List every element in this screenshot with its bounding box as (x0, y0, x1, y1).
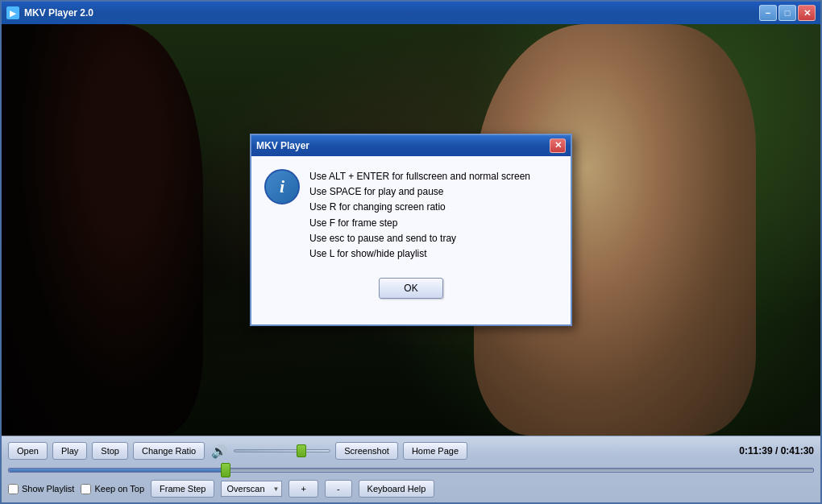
stop-button[interactable]: Stop (92, 442, 128, 460)
plus-button[interactable]: + (289, 480, 318, 498)
overscan-wrapper: Overscan (221, 481, 282, 497)
volume-slider-container (234, 443, 330, 459)
volume-icon[interactable]: 🔊 (210, 441, 229, 461)
controls-row3: Show Playlist Keep on Top Frame Step Ove… (8, 480, 814, 498)
progress-thumb[interactable] (221, 463, 230, 477)
modal-line-6: Use L for show/hide playlist (309, 246, 530, 262)
change-ratio-button[interactable]: Change Ratio (133, 442, 205, 460)
frame-step-button[interactable]: Frame Step (151, 480, 214, 498)
keep-on-top-label[interactable]: Keep on Top (81, 484, 144, 494)
modal-text: Use ALT + ENTER for fullscreen and norma… (309, 169, 530, 262)
modal-line-5: Use esc to pause and send to tray (309, 231, 530, 246)
show-playlist-label[interactable]: Show Playlist (8, 484, 74, 494)
home-page-button[interactable]: Home Page (403, 442, 467, 460)
show-playlist-checkbox[interactable] (8, 484, 19, 494)
progress-track (8, 468, 814, 473)
play-button[interactable]: Play (52, 442, 87, 460)
modal-content-row: i Use ALT + ENTER for fullscreen and nor… (264, 169, 558, 262)
minimize-button[interactable]: − (759, 5, 777, 21)
modal-overlay: MKV Player ✕ i Use ALT + ENTER for fulls… (2, 24, 820, 436)
minus-button[interactable]: - (325, 480, 352, 498)
main-window: ▶ MKV Player 2.0 − □ ✕ MKV Player ✕ (0, 0, 822, 504)
time-display: 0:11:39 / 0:41:30 (739, 445, 814, 456)
progress-fill (9, 469, 226, 472)
progress-row (8, 464, 814, 477)
controls-bar: Open Play Stop Change Ratio 🔊 Screenshot… (2, 436, 820, 502)
progress-container[interactable] (8, 464, 814, 477)
window-title: MKV Player 2.0 (24, 7, 759, 19)
modal-close-button[interactable]: ✕ (550, 138, 566, 153)
volume-track (234, 449, 330, 452)
modal-dialog: MKV Player ✕ i Use ALT + ENTER for fulls… (250, 134, 572, 326)
modal-line-1: Use ALT + ENTER for fullscreen and norma… (309, 169, 530, 184)
modal-line-4: Use F for frame step (309, 216, 530, 231)
app-icon: ▶ (6, 6, 19, 19)
info-icon: i (264, 169, 300, 204)
keep-on-top-checkbox[interactable] (81, 484, 91, 494)
keyboard-help-button[interactable]: Keyboard Help (359, 480, 435, 498)
modal-title-bar: MKV Player ✕ (251, 135, 571, 156)
modal-footer: OK (264, 278, 558, 312)
volume-thumb[interactable] (297, 444, 306, 457)
modal-line-2: Use SPACE for play and pause (309, 184, 530, 200)
title-bar-buttons: − □ ✕ (759, 5, 816, 21)
close-button[interactable]: ✕ (798, 5, 816, 21)
modal-body: i Use ALT + ENTER for fullscreen and nor… (251, 156, 571, 324)
title-bar: ▶ MKV Player 2.0 − □ ✕ (2, 2, 820, 24)
ok-button[interactable]: OK (379, 278, 442, 299)
overscan-select[interactable]: Overscan (221, 481, 282, 497)
open-button[interactable]: Open (8, 442, 48, 460)
video-area: MKV Player ✕ i Use ALT + ENTER for fulls… (2, 24, 820, 436)
controls-row1: Open Play Stop Change Ratio 🔊 Screenshot… (8, 441, 814, 461)
screenshot-button[interactable]: Screenshot (335, 442, 398, 460)
maximize-button[interactable]: □ (778, 5, 796, 21)
modal-title: MKV Player (256, 140, 550, 151)
modal-line-3: Use R for changing screen ratio (309, 200, 530, 215)
